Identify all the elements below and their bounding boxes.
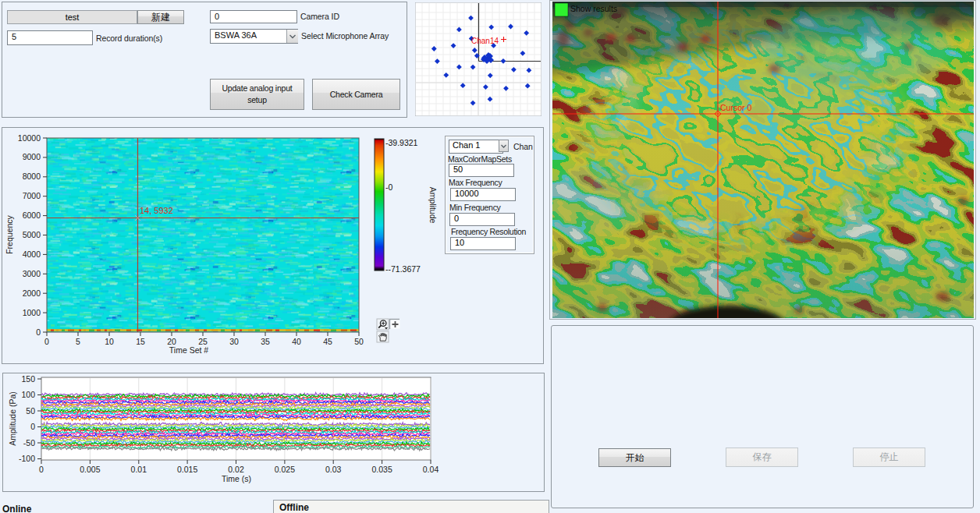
svg-text:-0: -0 [385, 182, 392, 192]
svg-text:-100: -100 [19, 454, 35, 463]
svg-text:0: 0 [39, 465, 44, 474]
svg-text:4000: 4000 [23, 249, 41, 259]
svg-text:Time Set #: Time Set # [169, 345, 209, 355]
svg-text:0: 0 [44, 337, 49, 346]
svg-text:Chan14: Chan14 [471, 37, 499, 45]
svg-text:100: 100 [21, 390, 35, 399]
svg-text:50: 50 [354, 337, 364, 346]
svg-text:0: 0 [30, 422, 35, 431]
svg-text:50: 50 [26, 406, 35, 416]
svg-text:7000: 7000 [23, 191, 41, 200]
svg-text:6000: 6000 [23, 211, 41, 220]
svg-text:3000: 3000 [23, 269, 41, 278]
svg-text:8000: 8000 [23, 172, 41, 181]
svg-text:-50: -50 [23, 438, 35, 448]
svg-text:9000: 9000 [23, 152, 41, 161]
svg-text:Cursor 0: Cursor 0 [720, 103, 751, 112]
svg-text:0.025: 0.025 [275, 465, 295, 474]
svg-text:45: 45 [323, 337, 332, 346]
svg-text:1000: 1000 [23, 308, 41, 317]
svg-text:Amplitude: Amplitude [428, 187, 438, 224]
svg-text:10000: 10000 [18, 133, 41, 143]
svg-text:40: 40 [292, 337, 301, 346]
svg-text:Frequency: Frequency [5, 214, 14, 253]
svg-text:0.015: 0.015 [177, 465, 197, 474]
svg-text:2000: 2000 [23, 288, 41, 298]
svg-text:Amplitude (Pa): Amplitude (Pa) [8, 391, 17, 445]
svg-text:150: 150 [21, 374, 35, 384]
svg-text:35: 35 [261, 337, 270, 346]
svg-text:5000: 5000 [23, 230, 41, 239]
svg-text:0.02: 0.02 [228, 465, 244, 474]
svg-text:30: 30 [229, 337, 239, 346]
svg-text:15: 15 [136, 337, 145, 346]
svg-text:0.01: 0.01 [131, 465, 147, 474]
svg-text:0.03: 0.03 [325, 465, 342, 474]
svg-text:Show results: Show results [570, 4, 617, 13]
svg-text:0: 0 [36, 327, 41, 337]
svg-text:14, 5932: 14, 5932 [140, 206, 173, 215]
svg-text:0.035: 0.035 [371, 465, 392, 474]
svg-text:5: 5 [76, 337, 80, 346]
svg-text:0.005: 0.005 [80, 465, 100, 474]
svg-text:--71.3677: --71.3677 [385, 264, 421, 274]
svg-text:Time (s): Time (s) [222, 474, 251, 483]
svg-text:-39.9321: -39.9321 [385, 138, 418, 147]
svg-text:10: 10 [105, 337, 114, 346]
svg-text:0.04: 0.04 [423, 465, 439, 474]
